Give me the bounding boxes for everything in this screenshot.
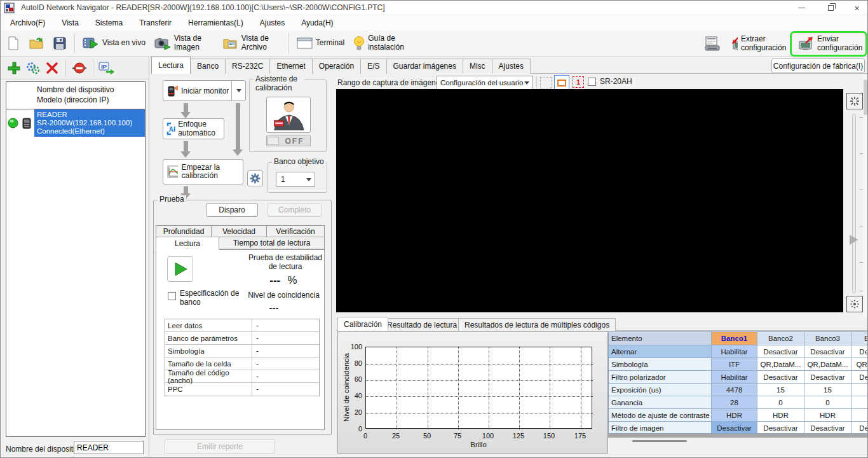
table-cell[interactable]: 0	[851, 396, 868, 409]
table-cell[interactable]: Filtro polarizador	[609, 371, 712, 384]
capture-config-select[interactable]: Configuración del usuario	[437, 76, 533, 90]
emit-report-button[interactable]: Emitir reporte	[165, 439, 275, 454]
menu-archivo[interactable]: Archivo(F)	[2, 17, 53, 29]
image-view-button[interactable]: Vista de Imagen	[150, 31, 218, 55]
column-header-banco2[interactable]: Banco2	[757, 332, 804, 345]
dots-view-button[interactable]	[846, 296, 863, 312]
menu-transferir[interactable]: Transferir	[131, 17, 180, 29]
tab-verificacion[interactable]: Verificación	[266, 225, 325, 237]
table-cell[interactable]: HDR	[804, 409, 851, 422]
start-monitor-dropdown[interactable]	[231, 81, 245, 101]
scrollbar-thumb[interactable]	[864, 80, 867, 115]
calibration-settings-button[interactable]	[247, 170, 263, 186]
add-device-button[interactable]	[4, 59, 24, 77]
tab-ethernet[interactable]: Ethernet	[269, 59, 312, 74]
autofocus-button[interactable]: AF Enfoque automático	[163, 118, 224, 139]
table-cell[interactable]: 0	[757, 396, 804, 409]
table-cell[interactable]: Habilitar	[712, 345, 757, 358]
install-guide-button[interactable]: Guía de instalación	[349, 31, 417, 55]
send-config-button[interactable]: Enviar configuración	[794, 34, 864, 54]
tab-es[interactable]: E/S	[360, 59, 386, 74]
table-cell[interactable]: QR,DataM...	[851, 358, 868, 371]
menu-sistema[interactable]: Sistema	[87, 17, 131, 29]
tab-calibracion[interactable]: Calibración	[337, 317, 388, 331]
sync-devices-button[interactable]	[24, 59, 43, 77]
tab-ajustes[interactable]: Ajustes	[492, 59, 531, 74]
table-cell[interactable]: Exposición (us)	[609, 384, 712, 396]
ip-export-button[interactable]: IP	[97, 59, 116, 77]
tab-profundidad[interactable]: Profundidad	[156, 225, 212, 237]
live-view-button[interactable]: Vista en vivo	[78, 31, 150, 55]
table-cell[interactable]: Desactivar	[804, 371, 851, 384]
assistant-toggle[interactable]: OFF	[266, 135, 311, 146]
disconnect-button[interactable]	[70, 59, 89, 77]
tab-guardar-imagenes[interactable]: Guardar imágenes	[386, 59, 463, 74]
table-cell[interactable]: Desactivar	[804, 345, 851, 358]
tab-rs232c[interactable]: RS-232C	[225, 59, 270, 74]
tab-lectura[interactable]: Lectura	[151, 57, 191, 74]
save-button[interactable]	[48, 31, 71, 55]
restore-button[interactable]	[816, 1, 845, 15]
table-cell[interactable]: HDR	[851, 409, 868, 422]
marker-one-tool[interactable]: 1	[573, 76, 584, 88]
table-cell[interactable]: Desactivar	[851, 371, 868, 384]
column-header-banco1[interactable]: Banco1	[712, 332, 757, 345]
tab-velocidad[interactable]: Velocidad	[211, 225, 267, 237]
start-calibration-button[interactable]: Empezar la calibración	[163, 159, 243, 184]
trigger-button[interactable]: Disparo	[206, 203, 258, 217]
table-cell[interactable]: 15	[757, 384, 804, 396]
start-monitor-button[interactable]: Iniciar monitor	[163, 85, 231, 97]
table-cell[interactable]: 4478	[712, 384, 757, 396]
panel-divider[interactable]	[149, 57, 149, 458]
table-cell[interactable]: Desactivar	[804, 422, 851, 434]
table-cell[interactable]: Desactivar	[712, 422, 757, 434]
table-cell[interactable]: Filtro de imagen	[609, 422, 712, 434]
tab-resultados-multiples[interactable]: Resultados de lectura de múltiples códig…	[458, 318, 616, 331]
table-cell[interactable]: Simbología	[609, 358, 712, 371]
table-cell[interactable]: Desactivar	[757, 345, 804, 358]
device-name-input[interactable]	[74, 441, 144, 454]
column-header-banco3[interactable]: Banco3	[804, 332, 851, 345]
menu-ayuda[interactable]: Ayuda(H)	[293, 17, 341, 29]
table-cell[interactable]: Desactivar	[851, 345, 868, 358]
factory-config-button[interactable]: Configuración de fábrica(I)	[771, 59, 865, 73]
sr20ah-checkbox[interactable]	[588, 78, 596, 86]
open-file-button[interactable]	[24, 31, 48, 55]
scrollbar-thumb[interactable]	[632, 440, 687, 442]
bank-table-scrollbar[interactable]	[608, 434, 868, 438]
device-row[interactable]: READER SR-2000W(192.168.100.100) Connect…	[6, 109, 145, 137]
close-button[interactable]: ×	[845, 1, 868, 15]
minimize-button[interactable]	[787, 1, 816, 15]
menu-herramientas[interactable]: Herramientas(L)	[180, 17, 252, 29]
collapse-view-button[interactable]	[846, 93, 863, 109]
table-cell[interactable]: Alternar	[609, 345, 712, 358]
tab-banco[interactable]: Banco	[190, 59, 226, 74]
tab-lectura-prueba[interactable]: Lectura	[156, 237, 219, 250]
slider-thumb[interactable]	[850, 235, 858, 245]
table-cell[interactable]: 15	[851, 384, 868, 396]
table-cell[interactable]: 15	[804, 384, 851, 396]
table-cell[interactable]: 28	[712, 396, 757, 409]
full-range-tool[interactable]	[540, 77, 552, 88]
table-cell[interactable]: 0	[804, 396, 851, 409]
bank-spec-checkbox[interactable]	[168, 292, 176, 300]
run-test-button[interactable]	[167, 256, 193, 282]
tab-resultado-lectura[interactable]: Resultado de lectura	[381, 318, 463, 331]
table-cell[interactable]: Ganancia	[609, 396, 712, 409]
table-cell[interactable]: QR,DataM...	[757, 358, 804, 371]
assistant-button[interactable]	[266, 97, 311, 133]
target-bank-select[interactable]: 1	[276, 172, 315, 187]
tab-misc[interactable]: Misc	[463, 59, 492, 74]
menu-ajustes[interactable]: Ajustes	[252, 17, 293, 29]
table-cell[interactable]: HDR	[757, 409, 804, 422]
custom-range-tool[interactable]	[554, 75, 569, 90]
new-file-button[interactable]	[3, 31, 24, 55]
table-cell[interactable]: Habilitar	[712, 371, 757, 384]
column-header-banco4[interactable]: Banco4	[851, 332, 868, 345]
table-cell[interactable]: ITF	[712, 358, 757, 371]
column-header[interactable]: Elemento	[609, 332, 712, 345]
table-cell[interactable]: Desactivar	[851, 422, 868, 434]
camera-image-view[interactable]	[336, 89, 843, 312]
file-view-button[interactable]: Vista de Archivo	[218, 31, 285, 55]
table-cell[interactable]: Desactivar	[757, 371, 804, 384]
